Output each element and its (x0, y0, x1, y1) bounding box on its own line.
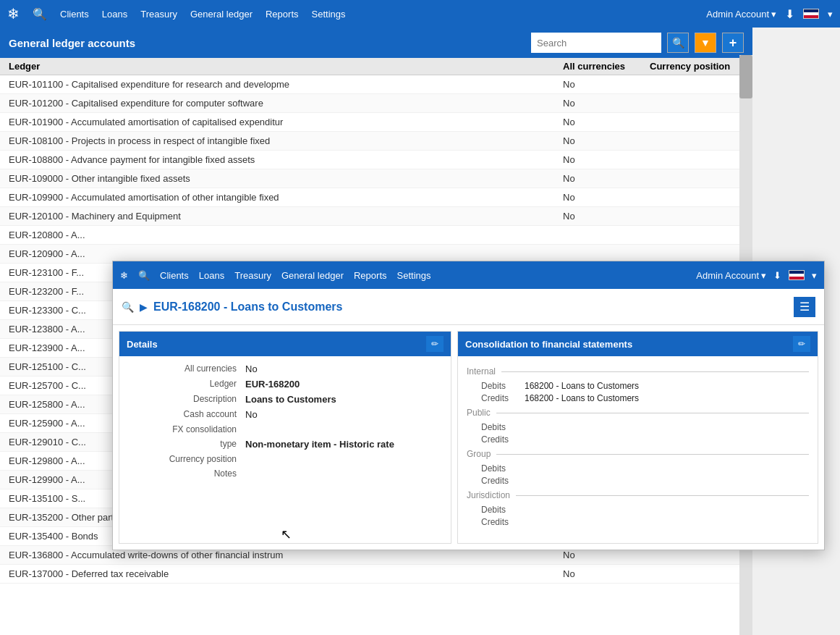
cell-ledger: EUR-136800 - Accumulated write-downs of … (9, 550, 563, 560)
nav-treasury[interactable]: Treasury (140, 9, 177, 20)
cell-ledger: EUR-108100 - Projects in process in resp… (9, 135, 563, 146)
detail-fx-label: FX consolidation (130, 424, 245, 434)
table-header-bar: General ledger accounts 🔍 ▼ + (0, 28, 752, 58)
cell-currencies: No (563, 98, 650, 109)
internal-section-label: Internal (467, 366, 496, 377)
detail-cash-account: Cash account No (130, 409, 441, 420)
cell-ledger: EUR-101100 - Capitalised expenditure for… (9, 79, 563, 90)
modal-flag-dropdown-icon: ▾ (812, 270, 817, 281)
cell-ledger: EUR-101200 - Capitalised expenditure for… (9, 98, 563, 109)
modal-brand-icon: ❄ (120, 270, 128, 281)
modal-search-icon[interactable]: 🔍 (138, 270, 150, 281)
cell-ledger: EUR-109000 - Other intangible fixed asse… (9, 173, 563, 184)
cell-currencies: No (563, 211, 650, 222)
detail-fx-value (245, 424, 441, 434)
modal-title-arrow-icon[interactable]: ▶ (140, 301, 148, 313)
cell-ledger: EUR-120900 - A... (9, 248, 563, 259)
table-row[interactable]: EUR-101900 - Accumulated amortisation of… (0, 113, 752, 132)
detail-all-currencies-value: No (245, 363, 441, 374)
cell-currencies: No (563, 568, 650, 579)
modal-nav-reports[interactable]: Reports (354, 270, 387, 281)
modal-admin-label: Admin Account (696, 270, 759, 281)
cell-currencies: No (563, 117, 650, 127)
nav-general-ledger[interactable]: General ledger (190, 9, 253, 20)
cell-currencies: No (563, 192, 650, 203)
language-flag-icon[interactable] (803, 9, 819, 19)
nav-loans[interactable]: Loans (102, 9, 127, 20)
modal-nav-clients[interactable]: Clients (160, 270, 189, 281)
modal-title-bar: 🔍 ▶ EUR-168200 - Loans to Customers ☰ (113, 289, 824, 325)
search-icon[interactable]: 🔍 (33, 7, 47, 21)
nav-clients[interactable]: Clients (60, 9, 89, 20)
consolidation-panel: Consolidation to financial statements ✏ … (457, 331, 818, 544)
nav-reports[interactable]: Reports (266, 9, 299, 20)
modal-nav-settings[interactable]: Settings (397, 270, 431, 281)
cell-ledger: EUR-101900 - Accumulated amortisation of… (9, 117, 563, 127)
cell-ledger: EUR-108800 - Advance payment for intangi… (9, 154, 563, 165)
table-row[interactable]: EUR-137000 - Deferred tax receivable No (0, 565, 752, 584)
admin-account-label: Admin Account (706, 9, 769, 20)
detail-ledger-value: EUR-168200 (245, 379, 441, 390)
nav-settings[interactable]: Settings (312, 9, 346, 20)
filter-button[interactable]: ▼ (695, 33, 716, 53)
modal-nav-treasury[interactable]: Treasury (234, 270, 271, 281)
col-header-currencies: All currencies (563, 61, 650, 72)
internal-credits-label: Credits (481, 393, 525, 403)
details-edit-button[interactable]: ✏ (426, 336, 444, 352)
modal-nav-loans[interactable]: Loans (199, 270, 224, 281)
detail-type: type Non-monetary item - Historic rate (130, 439, 441, 450)
table-row[interactable]: EUR-120100 - Machinery and Equipment No (0, 207, 752, 226)
internal-credits-row: Credits 168200 - Loans to Customers (467, 393, 809, 403)
jurisdiction-debits-value (525, 505, 809, 515)
brand-icon: ❄ (7, 5, 20, 22)
col-header-ledger: Ledger (9, 61, 563, 72)
modal-menu-button[interactable]: ☰ (794, 297, 815, 317)
public-section-label: Public (467, 408, 491, 418)
admin-account-button[interactable]: Admin Account ▾ (706, 9, 776, 20)
table-row[interactable]: EUR-109000 - Other intangible fixed asse… (0, 169, 752, 188)
modal-content: Details ✏ All currencies No Ledger EUR-1… (113, 325, 824, 550)
jurisdiction-debits-label: Debits (481, 505, 525, 515)
modal-admin-account-button[interactable]: Admin Account ▾ (696, 270, 766, 281)
cell-currencies: No (563, 550, 650, 560)
modal-download-icon[interactable]: ⬇ (773, 270, 781, 281)
table-row[interactable]: EUR-120800 - A... (0, 226, 752, 245)
group-credits-row: Credits (467, 476, 809, 486)
column-headers: Ledger All currencies Currency position (0, 58, 752, 75)
cell-currencies: No (563, 154, 650, 165)
flag-dropdown-icon: ▾ (828, 9, 833, 20)
modal-title-search-icon[interactable]: 🔍 (122, 301, 134, 313)
download-icon[interactable]: ⬇ (785, 7, 794, 21)
detail-currency-position-value (245, 454, 441, 464)
detail-notes: Notes (130, 468, 441, 479)
detail-cash-account-value: No (245, 409, 441, 420)
add-button[interactable]: + (722, 33, 744, 53)
search-input[interactable] (531, 33, 661, 53)
internal-debits-value: 168200 - Loans to Customers (525, 381, 809, 391)
detail-all-currencies: All currencies No (130, 363, 441, 374)
detail-fx-consolidation: FX consolidation (130, 424, 441, 434)
table-row[interactable]: EUR-101200 - Capitalised expenditure for… (0, 94, 752, 113)
col-header-position: Currency position (650, 61, 744, 72)
detail-cash-account-label: Cash account (130, 409, 245, 420)
scrollbar-thumb[interactable] (739, 55, 752, 98)
consolidation-edit-button[interactable]: ✏ (793, 336, 810, 352)
detail-currency-position: Currency position (130, 454, 441, 464)
consolidation-panel-title: Consolidation to financial statements (465, 339, 632, 350)
table-row[interactable]: EUR-109900 - Accumulated amortisation of… (0, 188, 752, 207)
cell-ledger: EUR-120800 - A... (9, 230, 563, 240)
detail-ledger: Ledger EUR-168200 (130, 379, 441, 390)
table-row[interactable]: EUR-101100 - Capitalised expenditure for… (0, 75, 752, 94)
search-button[interactable]: 🔍 (667, 33, 689, 53)
modal-overlay: ❄ 🔍 Clients Loans Treasury General ledge… (112, 261, 825, 550)
modal-nav-general-ledger[interactable]: General ledger (281, 270, 344, 281)
internal-section-divider: Internal (467, 366, 809, 377)
consolidation-content: Internal Debits 168200 - Loans to Custom… (458, 356, 818, 535)
table-row[interactable]: EUR-108800 - Advance payment for intangi… (0, 151, 752, 169)
internal-debits-row: Debits 168200 - Loans to Customers (467, 381, 809, 391)
public-credits-label: Credits (481, 434, 525, 445)
modal-language-flag-icon[interactable] (789, 270, 805, 280)
detail-description-value: Loans to Customers (245, 394, 441, 405)
table-row[interactable]: EUR-108100 - Projects in process in resp… (0, 132, 752, 151)
cell-ledger: EUR-109900 - Accumulated amortisation of… (9, 192, 563, 203)
